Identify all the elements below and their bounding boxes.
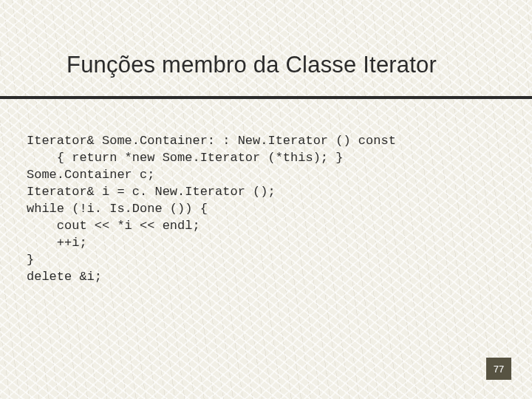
slide: Funções membro da Classe Iterator Iterat… — [0, 0, 532, 399]
page-number: 77 — [494, 364, 504, 375]
page-number-box: 77 — [486, 358, 511, 380]
code-block: Iterator& Some.Container: : New.Iterator… — [27, 133, 396, 285]
title-underline — [0, 96, 532, 99]
slide-title: Funções membro da Classe Iterator — [66, 52, 437, 78]
